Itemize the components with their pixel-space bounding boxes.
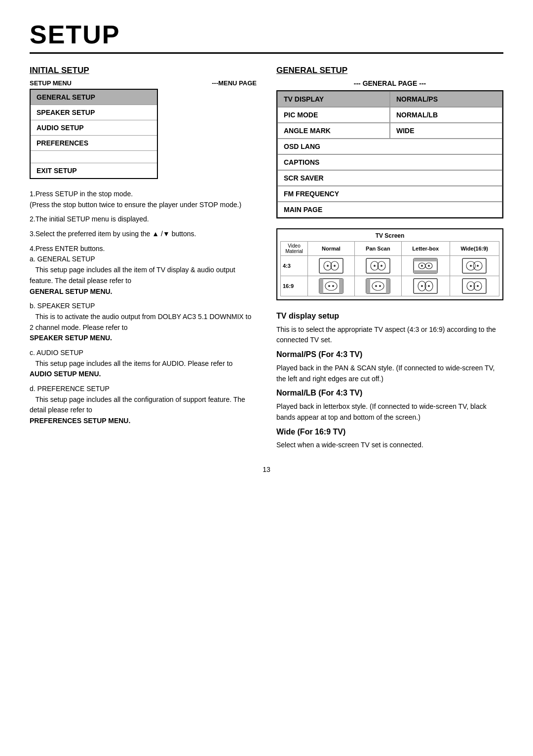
diagram-cell-43-wide: [450, 256, 499, 276]
menu-item-speaker-setup[interactable]: SPEAKER SETUP: [31, 105, 157, 120]
svg-point-9: [381, 265, 382, 267]
tv-screen-label: TV Screen: [280, 232, 499, 239]
instruction-7: d. PREFERENCE SETUP This setup page incl…: [30, 384, 257, 427]
grid-captions[interactable]: CAPTIONS: [277, 154, 502, 170]
svg-rect-0: [319, 258, 343, 273]
setup-menu-label: SETUP MENU ---MENU PAGE: [30, 79, 257, 87]
tv-diagram-table: VideoMaterial Normal Pan Scan Letter-box…: [280, 241, 499, 296]
diagram-header-normal: Normal: [308, 242, 355, 256]
diagram-header-video: VideoMaterial: [281, 242, 308, 256]
main-content: INITIAL SETUP SETUP MENU ---MENU PAGE GE…: [30, 66, 503, 454]
svg-point-43: [477, 285, 479, 287]
initial-setup-heading: INITIAL SETUP: [30, 66, 257, 75]
svg-rect-5: [366, 258, 390, 273]
svg-point-32: [375, 285, 377, 287]
menu-label-left: SETUP MENU: [30, 79, 72, 87]
diagram-cell-43-letterbox: [401, 256, 450, 276]
svg-point-15: [421, 265, 423, 267]
svg-point-8: [374, 265, 376, 267]
audio-setup-menu-ref: AUDIO SETUP MENU.: [30, 370, 101, 378]
instruction-6: c. AUDIO SETUP This setup page includes …: [30, 348, 257, 380]
diagram-header-pan-scan: Pan Scan: [354, 242, 401, 256]
general-setup-heading: GENERAL SETUP: [276, 66, 503, 75]
normal-ps-text: Played back in the PAN & SCAN style. (If…: [276, 363, 503, 384]
instruction-4: 4.Press ENTER buttons. a. GENERAL SETUP …: [30, 244, 257, 297]
diagram-cell-169-panscan: [354, 276, 401, 296]
svg-point-37: [421, 285, 423, 287]
menu-item-spacer: [31, 151, 157, 163]
general-setup-grid-box: TV DISPLAY NORMAL/PS PIC MODE NORMAL/LB …: [276, 90, 503, 218]
wide-text: Select when a wide-screen TV set is conn…: [276, 440, 503, 451]
top-divider: [30, 52, 503, 54]
menu-label-right: ---MENU PAGE: [212, 79, 257, 87]
svg-point-20: [470, 265, 472, 267]
svg-point-26: [328, 285, 330, 287]
svg-point-4: [334, 265, 336, 267]
diagram-cell-43-normal: [308, 256, 355, 276]
menu-item-general-setup[interactable]: GENERAL SETUP: [31, 90, 157, 105]
svg-rect-17: [462, 258, 486, 273]
grid-fm-frequency[interactable]: FM FREQUENCY: [277, 186, 502, 202]
diagram-cell-169-wide: [450, 276, 499, 296]
grid-normal-lb[interactable]: NORMAL/LB: [390, 107, 502, 123]
normal-ps-heading: Normal/PS (For 4:3 TV): [276, 349, 503, 361]
grid-wide[interactable]: WIDE: [390, 123, 502, 139]
diagram-row-43-label: 4:3: [281, 256, 308, 276]
instruction-1: 1.Press SETUP in the stop mode.(Press th…: [30, 189, 257, 210]
page-title: SETUP: [30, 20, 503, 49]
diagram-cell-169-normal: [308, 276, 355, 296]
svg-point-25: [325, 282, 337, 290]
diagram-cell-169-letterbox: [401, 276, 450, 296]
tv-display-setup-heading: TV display setup: [276, 310, 503, 323]
left-column: INITIAL SETUP SETUP MENU ---MENU PAGE GE…: [30, 66, 257, 432]
menu-item-preferences[interactable]: PREFERENCES: [31, 136, 157, 151]
tv-diagram-box: TV Screen VideoMaterial Normal Pan Scan …: [276, 228, 503, 300]
instruction-2: 2.The initial SETUP menu is displayed.: [30, 214, 257, 225]
menu-item-exit-setup[interactable]: EXIT SETUP: [31, 163, 157, 178]
preferences-setup-menu-ref: PREFERENCES SETUP MENU.: [30, 417, 130, 425]
grid-tv-display[interactable]: TV DISPLAY: [277, 91, 390, 107]
right-column: GENERAL SETUP --- GENERAL PAGE --- TV DI…: [276, 66, 503, 454]
svg-rect-39: [462, 279, 486, 293]
svg-rect-11: [414, 258, 437, 261]
diagram-row-169-label: 16:9: [281, 276, 308, 296]
svg-rect-34: [414, 279, 437, 293]
grid-scr-saver[interactable]: SCR SAVER: [277, 170, 502, 186]
svg-point-16: [428, 265, 430, 267]
general-page-label: --- GENERAL PAGE ---: [276, 79, 503, 87]
diagram-cell-43-panscan: [354, 256, 401, 276]
tv-display-intro: This is to select the appropriate TV asp…: [276, 324, 503, 346]
svg-point-42: [470, 285, 472, 287]
instruction-5: b. SPEAKER SETUP This is to activate the…: [30, 301, 257, 344]
grid-osd-lang[interactable]: OSD LANG: [277, 139, 502, 154]
tv-display-setup-section: TV display setup This is to select the a…: [276, 310, 503, 451]
diagram-header-letter-box: Letter-box: [401, 242, 450, 256]
diagram-header-wide: Wide(16:9): [450, 242, 499, 256]
normal-lb-heading: Normal/LB (For 4:3 TV): [276, 387, 503, 399]
normal-lb-text: Played back in letterbox style. (If conn…: [276, 401, 503, 423]
wide-heading: Wide (For 16:9 TV): [276, 426, 503, 438]
svg-point-38: [428, 285, 430, 287]
svg-rect-24: [339, 279, 343, 293]
speaker-setup-menu-ref: SPEAKER SETUP MENU.: [30, 334, 112, 342]
grid-pic-mode[interactable]: PIC MODE: [277, 107, 390, 123]
grid-main-page[interactable]: MAIN PAGE: [277, 202, 502, 217]
svg-rect-30: [386, 279, 390, 293]
instructions-block: 1.Press SETUP in the stop mode.(Press th…: [30, 189, 257, 427]
menu-item-audio-setup[interactable]: AUDIO SETUP: [31, 120, 157, 136]
setup-menu-box: GENERAL SETUP SPEAKER SETUP AUDIO SETUP …: [30, 89, 158, 179]
general-setup-grid: TV DISPLAY NORMAL/PS PIC MODE NORMAL/LB …: [277, 91, 502, 217]
page-number: 13: [30, 466, 503, 473]
svg-point-31: [372, 282, 384, 290]
svg-point-21: [477, 265, 479, 267]
svg-rect-12: [414, 270, 437, 273]
grid-normal-ps[interactable]: NORMAL/PS: [390, 91, 502, 107]
svg-point-3: [327, 265, 329, 267]
svg-rect-29: [366, 279, 370, 293]
svg-point-27: [332, 285, 334, 287]
grid-angle-mark[interactable]: ANGLE MARK: [277, 123, 390, 139]
svg-point-33: [379, 285, 381, 287]
instruction-3: 3.Select the preferred item by using the…: [30, 229, 257, 240]
general-setup-menu-ref: GENERAL SETUP MENU.: [30, 288, 113, 295]
svg-rect-23: [319, 279, 323, 293]
